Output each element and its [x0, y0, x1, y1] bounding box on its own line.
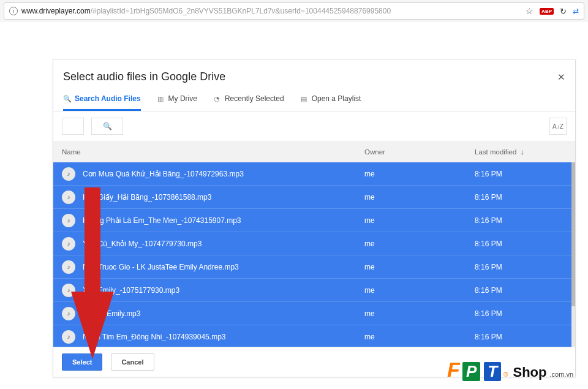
sort-az-button[interactable]: A↓Z — [549, 118, 567, 135]
sort-arrow-down-icon: ↓ — [520, 147, 524, 156]
registered-icon: ® — [503, 371, 508, 378]
reload-icon[interactable]: ↻ — [560, 7, 567, 16]
audio-file-icon: ♪ — [62, 214, 75, 227]
file-name: Cơn Mưa Quá Khứ_Hải Băng_-1074972963.mp3 — [83, 170, 364, 178]
file-modified: 8:16 PM — [475, 170, 567, 178]
file-name: Nghe Tim Em_Đông Nhi_-1074939045.mp3 — [83, 333, 364, 341]
bookmark-star-icon[interactable]: ☆ — [526, 6, 533, 16]
file-picker-dialog: Select audio files in Google Drive ✕ 🔍 S… — [53, 59, 576, 377]
tab-label: Recently Selected — [225, 94, 284, 103]
column-owner[interactable]: Owner — [364, 148, 475, 156]
file-owner: me — [364, 240, 475, 248]
audio-file-icon: ♪ — [62, 237, 75, 251]
search-icon: 🔍 — [103, 122, 112, 130]
tab-label: My Drive — [168, 94, 197, 103]
translate-icon[interactable]: ⇄ — [573, 7, 579, 15]
tab-search-audio[interactable]: 🔍 Search Audio Files — [63, 94, 141, 111]
search-button[interactable]: 🔍 — [91, 118, 123, 135]
file-owner: me — [364, 333, 475, 341]
tab-recently-selected[interactable]: ◔ Recently Selected — [213, 94, 284, 111]
file-modified: 8:16 PM — [475, 309, 567, 318]
file-name: Không Phải Là Em_The Men_-1074315907.mp3 — [83, 216, 364, 225]
audio-file-icon: ♪ — [62, 191, 75, 204]
tab-my-drive[interactable]: ▥ My Drive — [157, 94, 197, 111]
column-last-modified[interactable]: Last modified ↓ — [475, 147, 567, 156]
file-owner: me — [364, 309, 475, 318]
file-name: Nhau - Emily.mp3 — [83, 309, 364, 318]
audio-file-icon: ♪ — [62, 284, 75, 297]
file-row[interactable]: ♪Yêu Cũ_Khởi My_-1074779730.mp3me8:16 PM — [53, 232, 575, 255]
close-icon[interactable]: ✕ — [557, 72, 565, 83]
file-row[interactable]: ♪Không Phải Là Em_The Men_-1074315907.mp… — [53, 209, 575, 232]
dialog-title: Select audio files in Google Drive — [63, 70, 225, 83]
file-modified: 8:16 PM — [475, 286, 567, 295]
dialog-header: Select audio files in Google Drive ✕ — [53, 59, 575, 89]
info-icon[interactable]: i — [9, 7, 18, 15]
tab-open-playlist[interactable]: ▤ Open a Playlist — [300, 94, 361, 111]
picker-toolbar: 🔍 A↓Z — [53, 111, 575, 141]
tab-label: Search Audio Files — [75, 94, 141, 103]
clock-icon: ◔ — [213, 95, 221, 103]
tab-label: Open a Playlist — [312, 94, 361, 103]
file-owner: me — [364, 170, 475, 178]
file-icon: ▤ — [300, 95, 308, 103]
file-owner: me — [364, 193, 475, 202]
audio-file-icon: ♪ — [62, 307, 75, 320]
file-owner: me — [364, 286, 475, 295]
file-row[interactable]: ♪Nghe Tim Em_Đông Nhi_-1074939045.mp3me8… — [53, 325, 575, 347]
columns-header: Name Owner Last modified ↓ — [53, 141, 575, 162]
file-row[interactable]: ♪Hạc Giấy_Hải Băng_-1073861588.mp3me8:16… — [53, 186, 575, 209]
file-name: Hạc Giấy_Hải Băng_-1073861588.mp3 — [83, 193, 364, 202]
file-modified: 8:16 PM — [475, 216, 567, 225]
file-owner: me — [364, 216, 475, 225]
file-name: Nen Truoc Gio - LK JustaTee Emily Andree… — [83, 263, 364, 271]
adblock-icon[interactable]: ABP — [540, 8, 554, 15]
dialog-tabs: 🔍 Search Audio Files ▥ My Drive ◔ Recent… — [53, 89, 575, 111]
column-name[interactable]: Name — [62, 148, 364, 156]
file-list: ♪Cơn Mưa Quá Khứ_Hải Băng_-1074972963.mp… — [53, 162, 575, 347]
file-modified: 8:16 PM — [475, 333, 567, 341]
file-row[interactable]: ♪Cơn Mưa Quá Khứ_Hải Băng_-1074972963.mp… — [53, 162, 575, 186]
watermark-logo: F P T ® Shop .com.vn — [447, 358, 573, 382]
scrollbar-track[interactable] — [571, 162, 575, 347]
file-row[interactable]: ♪Xa _Emily_-1075177930.mp3me8:16 PM — [53, 279, 575, 302]
scrollbar-thumb[interactable] — [571, 162, 575, 306]
folder-icon: ▥ — [157, 95, 165, 103]
file-modified: 8:16 PM — [475, 240, 567, 248]
cancel-button[interactable]: Cancel — [111, 353, 154, 371]
file-modified: 8:16 PM — [475, 263, 567, 271]
audio-file-icon: ♪ — [62, 167, 75, 181]
audio-file-icon: ♪ — [62, 260, 75, 274]
audio-file-icon: ♪ — [62, 330, 75, 344]
file-owner: me — [364, 263, 475, 271]
file-name: Yêu Cũ_Khởi My_-1074779730.mp3 — [83, 240, 364, 248]
sort-dropdown[interactable] — [62, 118, 84, 135]
select-button[interactable]: Select — [62, 353, 102, 371]
file-modified: 8:16 PM — [475, 193, 567, 202]
file-row[interactable]: ♪Nen Truoc Gio - LK JustaTee Emily Andre… — [53, 255, 575, 279]
file-name: Xa _Emily_-1075177930.mp3 — [83, 286, 364, 295]
search-icon: 🔍 — [63, 95, 71, 103]
url-text: www.driveplayer.com/#playlistId=1rbHgS05… — [21, 7, 391, 15]
file-row[interactable]: ♪Nhau - Emily.mp3me8:16 PM — [53, 302, 575, 325]
address-bar[interactable]: i www.driveplayer.com/#playlistId=1rbHgS… — [4, 2, 584, 20]
